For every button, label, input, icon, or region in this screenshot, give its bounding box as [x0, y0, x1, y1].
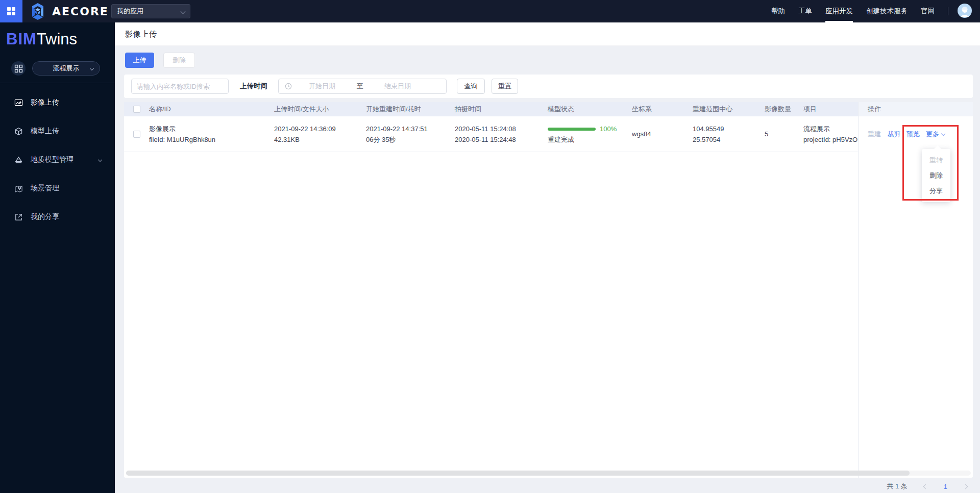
sidebar-menu: 影像上传 模型上传 地质模型管理 [0, 88, 115, 231]
cell-shoot-time: 2020-05-11 15:24:08 2020-05-11 15:24:48 [455, 116, 546, 152]
more-dropdown-menu: 重转 删除 分享 [922, 149, 950, 202]
date-range-picker[interactable]: 开始日期 至 结束日期 [278, 79, 447, 94]
search-input[interactable] [131, 79, 229, 94]
chevron-right-icon [963, 484, 968, 489]
chevron-down-icon [941, 131, 945, 135]
action-preview[interactable]: 预览 [906, 130, 920, 139]
grid-outline-icon [14, 64, 23, 73]
sidebar-item-scene-management[interactable]: 场景管理 [0, 174, 115, 203]
menu-item-retransfer[interactable]: 重转 [922, 153, 950, 168]
pagination-next-button[interactable] [964, 485, 967, 488]
scene-map-pin-icon [14, 184, 23, 193]
brand-text: AECORE [52, 5, 109, 18]
upload-button[interactable]: 上传 [125, 53, 154, 68]
sidebar-item-image-upload[interactable]: 影像上传 [0, 88, 115, 117]
grid-icon [7, 7, 16, 16]
engineer-avatar-icon [958, 4, 972, 18]
bimtwins-logo-bim: BIM [6, 30, 37, 48]
cell-project: 流程展示 projectId: pH5VzOSv [803, 116, 858, 152]
query-button[interactable]: 查询 [457, 79, 485, 94]
workspace-select-value: 流程展示 [53, 64, 80, 73]
menu-item-share[interactable]: 分享 [922, 183, 950, 199]
menu-item-delete[interactable]: 删除 [922, 168, 950, 183]
row-project-id: projectId: pH5VzOSv [803, 136, 858, 143]
chevron-down-icon [90, 66, 94, 70]
app-select-value: 我的应用 [117, 7, 143, 16]
user-avatar[interactable] [958, 4, 972, 19]
fixed-column-divider [858, 102, 859, 478]
col-header-project: 项目 [803, 102, 817, 116]
row-upload-time: 2021-09-22 14:36:09 [274, 126, 363, 133]
topbar-link-app-dev[interactable]: 应用开发 [825, 0, 853, 22]
topbar-link-ticket[interactable]: 工单 [798, 0, 812, 22]
cell-image-count: 5 [765, 116, 800, 152]
clock-icon [285, 83, 292, 90]
horizontal-scrollbar-track [126, 471, 971, 476]
progress-bar [548, 128, 596, 131]
table-header-row: 名称/ID 上传时间/文件大小 开始重建时间/耗时 拍摄时间 模型状态 坐标系 … [124, 102, 973, 116]
sidebar-item-label: 地质模型管理 [31, 155, 74, 164]
page-title-bar: 影像上传 [115, 22, 980, 46]
col-header-model-status: 模型状态 [548, 102, 574, 116]
geology-model-icon [14, 156, 23, 164]
col-header-coord-system: 坐标系 [632, 102, 652, 116]
sidebar-item-label: 模型上传 [31, 127, 59, 136]
pagination-page-1[interactable]: 1 [944, 483, 947, 490]
delete-button[interactable]: 删除 [163, 53, 195, 68]
action-rebuild[interactable]: 重建 [868, 130, 881, 139]
workspace-grid-button[interactable] [11, 61, 26, 76]
start-date-placeholder[interactable]: 开始日期 [292, 82, 352, 91]
image-upload-icon [14, 98, 23, 107]
topbar-menu: 帮助 工单 应用开发 创建技术服务 官网 [758, 0, 980, 22]
sidebar-item-geology-model[interactable]: 地质模型管理 [0, 145, 115, 174]
cell-coord-system: wgs84 [632, 116, 691, 152]
col-header-image-count: 影像数量 [765, 102, 791, 116]
col-header-shoot-time: 拍摄时间 [455, 102, 481, 116]
reset-button[interactable]: 重置 [492, 79, 518, 94]
action-crop[interactable]: 裁剪 [887, 130, 900, 139]
topbar: AECORE 我的应用 帮助 工单 应用开发 创建技术服务 官网 [0, 0, 980, 22]
pagination-prev-button[interactable] [924, 485, 927, 488]
pagination-total: 共 1 条 [887, 482, 907, 491]
aecore-logo-icon [28, 1, 48, 21]
topbar-link-create-service[interactable]: 创建技术服务 [866, 0, 908, 22]
row-checkbox[interactable] [133, 131, 140, 138]
share-icon [14, 213, 23, 221]
topbar-link-help[interactable]: 帮助 [771, 0, 785, 22]
row-file-size: 42.31KB [274, 136, 363, 143]
workspace-select[interactable]: 流程展示 [32, 61, 100, 76]
sidebar-item-model-upload[interactable]: 模型上传 [0, 117, 115, 145]
topbar-link-official-site[interactable]: 官网 [921, 0, 935, 22]
select-all-checkbox[interactable] [133, 106, 140, 113]
chevron-left-icon [923, 484, 928, 489]
sidebar-item-my-shares[interactable]: 我的分享 [0, 203, 115, 231]
cell-model-status: 100% 重建完成 [548, 116, 629, 152]
end-date-placeholder[interactable]: 结束日期 [368, 82, 428, 91]
filter-bar: 上传时间 开始日期 至 结束日期 查询 重置 [124, 75, 973, 98]
col-header-upload-time: 上传时间/文件大小 [274, 102, 329, 116]
row-duration: 06分 35秒 [366, 136, 453, 143]
col-header-rebuild-time: 开始重建时间/耗时 [366, 102, 421, 116]
row-model-status: 重建完成 [548, 136, 629, 143]
date-range-separator: 至 [352, 82, 368, 91]
cell-upload-time: 2021-09-22 14:36:09 42.31KB [274, 116, 363, 152]
page-title: 影像上传 [125, 22, 980, 46]
pagination: 共 1 条 1 [887, 480, 967, 493]
col-header-rebuild-center: 重建范围中心 [693, 102, 732, 116]
row-coord-system: wgs84 [632, 131, 691, 138]
data-table: 名称/ID 上传时间/文件大小 开始重建时间/耗时 拍摄时间 模型状态 坐标系 … [124, 102, 973, 478]
horizontal-scrollbar-thumb[interactable] [126, 471, 910, 476]
action-more[interactable]: 更多 [926, 130, 945, 139]
sidebar-item-label: 我的分享 [31, 212, 59, 221]
sidebar-divider [0, 83, 115, 83]
sidebar-item-label: 影像上传 [31, 98, 59, 107]
progress-bar-row: 100% [548, 126, 629, 133]
apps-grid-button[interactable] [0, 0, 22, 22]
topbar-divider [948, 7, 948, 15]
app-select-dropdown[interactable]: 我的应用 [111, 4, 190, 18]
row-rebuild-start: 2021-09-22 14:37:51 [366, 126, 453, 133]
main-content: 影像上传 上传 删除 上传时间 开始日期 至 结束日期 查询 重置 名称/ID [115, 22, 980, 493]
row-center-lat: 25.57054 [693, 136, 763, 143]
progress-percent: 100% [600, 126, 617, 133]
row-center-lng: 104.95549 [693, 126, 763, 133]
